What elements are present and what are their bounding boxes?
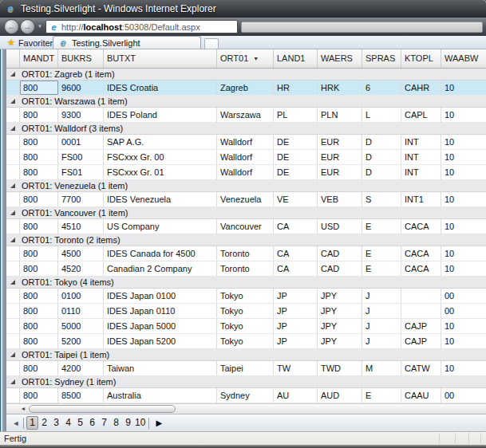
cell-spras[interactable]: S xyxy=(362,192,401,206)
group-row[interactable]: ORT01: Warszawa (1 item) xyxy=(6,96,486,108)
cell-waabw[interactable]: 00 xyxy=(441,289,486,303)
cell-butxt[interactable]: Canadian 2 Company xyxy=(104,261,217,276)
cell-bukrs[interactable]: 0110 xyxy=(58,304,104,318)
pager-page-3[interactable]: 3 xyxy=(50,417,62,429)
cell-butxt[interactable]: IDES Canada for 4500 xyxy=(104,246,217,261)
row-indicator[interactable] xyxy=(6,304,20,318)
row-indicator[interactable] xyxy=(6,334,20,348)
cell-ort01[interactable]: Warszawa xyxy=(217,108,274,122)
group-expander-icon[interactable] xyxy=(10,238,15,242)
cell-mandt[interactable]: 800 xyxy=(20,135,58,149)
table-row[interactable]: 8007700IDES VenezuelaVenezuelaVEVEBSINT1… xyxy=(6,192,486,207)
cell-butxt[interactable]: IDES Japan 5000 xyxy=(104,319,217,333)
row-indicator[interactable] xyxy=(6,81,20,95)
cell-butxt[interactable]: IDES Venezuela xyxy=(104,192,217,206)
column-header-butxt[interactable]: BUTXT xyxy=(104,49,217,68)
cell-mandt[interactable]: 800 xyxy=(20,108,58,122)
group-expander-icon[interactable] xyxy=(10,72,15,77)
cell-land1[interactable]: DE xyxy=(274,135,318,149)
cell-ort01[interactable]: Walldorf xyxy=(217,165,274,179)
cell-bukrs[interactable]: 4500 xyxy=(58,246,104,261)
table-row[interactable]: 8008500AustraliaSydneyAUAUDECAAU00 xyxy=(6,388,486,403)
cell-ktopl[interactable]: INT xyxy=(401,135,441,149)
group-expander-icon[interactable] xyxy=(10,99,15,104)
column-header-ort01[interactable]: ORT01▼ xyxy=(217,49,274,68)
cell-ort01[interactable]: Toronto xyxy=(217,246,274,261)
cell-spras[interactable]: J xyxy=(362,304,401,318)
cell-waabw[interactable]: 00 xyxy=(441,304,486,318)
cell-butxt[interactable]: US Company xyxy=(104,219,217,234)
cell-spras[interactable]: L xyxy=(362,108,401,122)
group-row[interactable]: ORT01: Walldorf (3 items) xyxy=(6,123,486,135)
cell-spras[interactable]: E xyxy=(362,388,401,403)
row-indicator[interactable] xyxy=(6,165,20,179)
cell-spras[interactable]: E xyxy=(362,219,401,234)
cell-ktopl[interactable]: CAAU xyxy=(401,388,441,403)
cell-land1[interactable]: JP xyxy=(274,319,318,333)
cell-land1[interactable]: HR xyxy=(274,81,318,95)
cell-mandt[interactable]: 800 xyxy=(20,361,58,375)
table-row[interactable]: 8004200TaiwanTaipeiTWTWDMCATW10 xyxy=(6,361,486,376)
column-header-bukrs[interactable]: BUKRS xyxy=(58,49,104,68)
cell-bukrs[interactable]: 9300 xyxy=(58,108,104,122)
column-header-mandt[interactable]: MANDT xyxy=(20,49,58,68)
column-header-ktopl[interactable]: KTOPL xyxy=(401,49,441,68)
cell-waers[interactable]: PLN xyxy=(318,108,362,122)
cell-bukrs[interactable]: 5000 xyxy=(58,319,104,333)
cell-waers[interactable]: EUR xyxy=(318,165,362,179)
cell-butxt[interactable]: Taiwan xyxy=(104,361,217,375)
history-dropdown-icon[interactable]: ▼ xyxy=(38,24,42,29)
row-indicator[interactable] xyxy=(6,219,20,234)
cell-waabw[interactable]: 10 xyxy=(441,334,486,348)
cell-waabw[interactable]: 10 xyxy=(441,246,486,261)
cell-waabw[interactable]: 00 xyxy=(441,388,486,403)
cell-mandt[interactable]: 800 xyxy=(20,319,58,333)
cell-waabw[interactable]: 10 xyxy=(441,192,486,206)
pager-page-8[interactable]: 8 xyxy=(110,417,122,429)
column-header-waabw[interactable]: WAABW xyxy=(441,49,486,68)
table-row[interactable]: 8009600IDES CroatiaZagrebHRHRK6CAHR10 xyxy=(6,81,486,96)
cell-ktopl[interactable]: CAJP xyxy=(401,334,441,348)
cell-ktopl[interactable] xyxy=(401,289,441,303)
cell-spras[interactable]: D xyxy=(362,135,401,149)
cell-waers[interactable]: JPY xyxy=(318,304,362,318)
group-row[interactable]: ORT01: Sydney (1 item) xyxy=(6,376,486,388)
cell-ktopl[interactable] xyxy=(401,304,441,318)
cell-mandt[interactable]: 800 xyxy=(20,334,58,348)
table-row[interactable]: 8005000IDES Japan 5000TokyoJPJPYJCAJP10 xyxy=(6,319,486,334)
cell-bukrs[interactable]: 4510 xyxy=(58,219,104,234)
cell-waabw[interactable]: 10 xyxy=(441,165,486,179)
cell-ktopl[interactable]: INT1 xyxy=(401,192,441,206)
cell-waers[interactable]: HRK xyxy=(318,81,362,95)
cell-bukrs[interactable]: 0100 xyxy=(58,289,104,303)
cell-ort01[interactable]: Tokyo xyxy=(217,289,274,303)
group-row[interactable]: ORT01: Toronto (2 items) xyxy=(6,234,486,246)
cell-mandt[interactable]: 800 xyxy=(20,192,58,206)
table-row[interactable]: 8004510US CompanyVancouverCAUSDECACA10 xyxy=(6,219,486,234)
forward-button[interactable]: → xyxy=(20,19,35,34)
cell-waers[interactable]: JPY xyxy=(318,289,362,303)
cell-waers[interactable]: EUR xyxy=(318,150,362,164)
cell-waers[interactable]: JPY xyxy=(318,334,362,348)
table-row[interactable]: 800FS01FSCxxx Gr. 01WalldorfDEEURDINT10 xyxy=(6,165,486,180)
cell-butxt[interactable]: IDES Japan 0110 xyxy=(104,304,217,318)
cell-ort01[interactable]: Tokyo xyxy=(217,319,274,333)
table-row[interactable]: 8000110IDES Japan 0110TokyoJPJPYJ00 xyxy=(6,304,486,319)
cell-ktopl[interactable]: CACA xyxy=(401,261,441,276)
cell-bukrs[interactable]: 8500 xyxy=(58,388,104,403)
horizontal-scrollbar[interactable]: ◄ xyxy=(6,403,486,414)
cell-butxt[interactable]: IDES Croatia xyxy=(104,81,217,95)
pager-page-9[interactable]: 9 xyxy=(122,417,134,429)
cell-waabw[interactable]: 10 xyxy=(441,150,486,164)
cell-land1[interactable]: AU xyxy=(274,388,318,403)
row-indicator[interactable] xyxy=(6,246,20,261)
group-row[interactable]: ORT01: Tokyo (4 items) xyxy=(6,277,486,289)
cell-waabw[interactable]: 10 xyxy=(441,108,486,122)
cell-waers[interactable]: CAD xyxy=(318,261,362,276)
cell-ort01[interactable]: Tokyo xyxy=(217,304,274,318)
cell-spras[interactable]: E xyxy=(362,246,401,261)
cell-mandt[interactable]: 800 xyxy=(20,261,58,276)
cell-land1[interactable]: TW xyxy=(274,361,318,375)
cell-spras[interactable]: D xyxy=(362,150,401,164)
cell-bukrs[interactable]: FS01 xyxy=(58,165,104,179)
